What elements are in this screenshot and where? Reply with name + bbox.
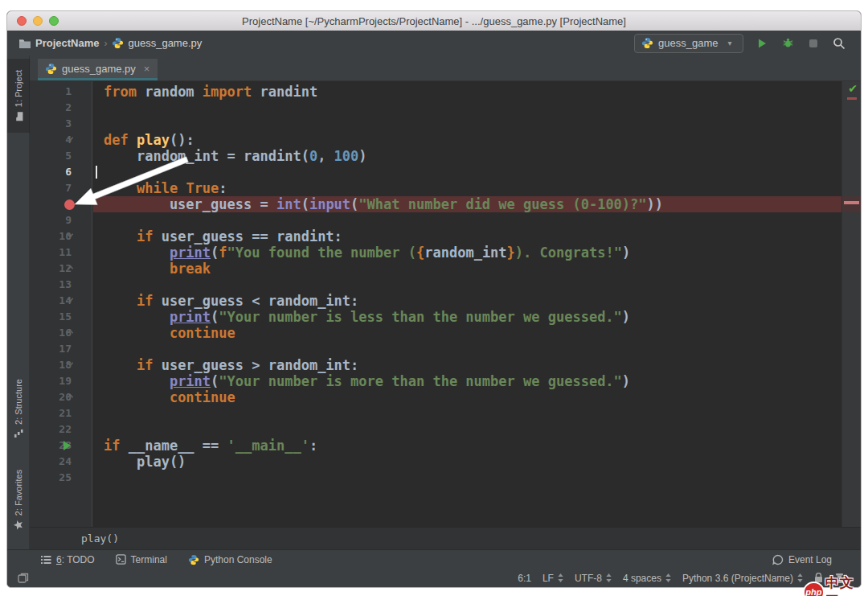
tool-window-button-python-console[interactable]: Python Console [188, 554, 272, 565]
watermark-text: 中文网 [825, 573, 868, 596]
code-text: user_guess = int(input("What number did … [104, 196, 841, 212]
screenshot-root: ProjectName [~/PycharmProjects/ProjectNa… [0, 0, 868, 596]
stripe-button--project[interactable]: 1: Project [7, 59, 30, 133]
tool-window-button-event-log[interactable]: Event Log [772, 554, 832, 565]
code-line: 21 [30, 405, 861, 421]
line-number[interactable]: 25 [30, 470, 72, 486]
code-text: if user_guess < random_int: [104, 293, 841, 309]
code-line: 11 print(f"You found the number ({random… [30, 245, 861, 261]
breakpoint-icon[interactable] [64, 199, 75, 210]
stop-icon [809, 39, 818, 48]
code-line: 24 play() [30, 454, 861, 470]
context-scope[interactable]: play() [81, 532, 119, 545]
breadcrumb-item[interactable]: guess_game.py [112, 37, 202, 49]
code-text: continue [104, 325, 841, 341]
text-caret [96, 166, 97, 179]
tool-window-stripe: 1: Project2: Structure2: Favorites [7, 55, 30, 549]
editor-tab-guess_game.py[interactable]: guess_game.py× [38, 59, 158, 80]
line-number[interactable]: 12 [30, 261, 72, 277]
tool-window-button-label: Python Console [204, 554, 272, 565]
tab-label: guess_game.py [62, 63, 136, 75]
macos-titlebar: ProjectName [~/PycharmProjects/ProjectNa… [7, 11, 861, 31]
fold-marker-icon[interactable] [67, 263, 74, 274]
code-line: 5 random_int = randint(0, 100) [30, 148, 861, 164]
line-number[interactable]: 13 [30, 277, 72, 293]
editor-tab-bar: guess_game.py× [30, 55, 861, 81]
line-number[interactable]: 19 [30, 373, 72, 389]
status-item-label: 6:1 [518, 573, 531, 584]
inspection-ok-icon: ✔ [848, 82, 858, 95]
stripe-button-label: 1: Project [14, 70, 23, 107]
line-number[interactable]: 4 [30, 132, 72, 148]
code-line: 19 print("Your number is more than the n… [30, 373, 861, 389]
search-icon [833, 37, 845, 50]
breakpoint-stripe-mark[interactable] [844, 201, 859, 204]
line-number[interactable]: 21 [30, 405, 72, 421]
debug-button[interactable] [779, 35, 796, 52]
line-number[interactable]: 22 [30, 421, 72, 438]
fold-marker-icon[interactable] [67, 327, 74, 339]
run-configuration-select[interactable]: guess_game ▾ [634, 34, 743, 53]
fold-marker-icon[interactable] [67, 392, 74, 403]
status-item-python-3-6-projectname-[interactable]: Python 3.6 (ProjectName) [682, 573, 803, 584]
code-line: 22 [30, 421, 861, 438]
status-item-label: LF [542, 573, 554, 584]
line-number[interactable]: 11 [30, 245, 72, 261]
code-line: 10 if user_guess == randint: [30, 228, 861, 245]
code-line: 1from random import randint [30, 84, 861, 100]
line-number[interactable]: 2 [30, 100, 72, 116]
popup-updown-icon [797, 573, 803, 582]
code-line: 15 print("Your number is less than the n… [30, 309, 861, 325]
line-number[interactable]: 3 [30, 116, 72, 132]
line-number[interactable]: 15 [30, 309, 72, 325]
stripe-button--structure[interactable]: 2: Structure [7, 357, 30, 460]
popup-updown-icon [606, 573, 612, 582]
code-editor[interactable]: 1from random import randint234def play()… [30, 81, 861, 528]
status-item-lf[interactable]: LF [542, 573, 563, 584]
fold-marker-icon[interactable] [67, 295, 74, 306]
line-number[interactable]: 20 [30, 389, 72, 405]
line-number[interactable]: 14 [30, 293, 72, 309]
error-stripe[interactable]: ✔ [841, 81, 861, 528]
tool-window-switcher-icon[interactable] [17, 572, 30, 585]
line-number[interactable]: 16 [30, 325, 72, 341]
tool-window-button-6-todo[interactable]: 6: TODO [41, 554, 95, 565]
code-line: 20 continue [30, 389, 861, 405]
line-number[interactable]: 24 [30, 454, 72, 470]
status-item-4-spaces[interactable]: 4 spaces [623, 573, 671, 584]
fold-marker-icon[interactable] [67, 360, 74, 371]
pycharm-window: ProjectName [~/PycharmProjects/ProjectNa… [6, 10, 862, 588]
code-line: 16 continue [30, 325, 861, 341]
python-file-icon [112, 37, 124, 49]
stripe-button--favorites[interactable]: 2: Favorites [7, 460, 30, 539]
close-tab-icon[interactable]: × [144, 63, 150, 75]
fold-marker-icon[interactable] [67, 134, 74, 146]
code-line: 4def play(): [30, 132, 861, 148]
status-item-utf-8[interactable]: UTF-8 [575, 573, 612, 584]
line-number[interactable]: 1 [30, 84, 72, 100]
stop-button[interactable] [805, 35, 822, 52]
code-line: 6 [30, 164, 861, 180]
fold-marker-icon[interactable] [67, 231, 74, 242]
line-number[interactable]: 7 [30, 180, 72, 196]
line-number[interactable]: 10 [30, 228, 72, 245]
code-text: random_int = randint(0, 100) [104, 148, 841, 164]
line-number[interactable]: 9 [30, 212, 72, 228]
tool-window-button-terminal[interactable]: Terminal [116, 554, 167, 565]
status-item-6-1[interactable]: 6:1 [518, 573, 531, 584]
run-gutter-icon[interactable] [63, 441, 71, 450]
tool-window-button-label: Event Log [788, 554, 832, 565]
line-number[interactable]: 17 [30, 341, 72, 357]
code-text: if user_guess > random_int: [104, 357, 841, 373]
breadcrumb-item[interactable]: ProjectName [18, 37, 99, 49]
breadcrumb-label: ProjectName [35, 37, 99, 49]
run-button[interactable] [753, 35, 771, 52]
line-number[interactable]: 6 [30, 164, 72, 180]
search-button[interactable] [830, 35, 848, 52]
event-log-icon [772, 554, 784, 565]
line-number[interactable]: 18 [30, 357, 72, 373]
favorites-star-icon [14, 520, 24, 530]
code-line: 8 user_guess = int(input("What number di… [30, 196, 861, 212]
line-number[interactable]: 5 [30, 148, 72, 164]
project-folder-icon [14, 111, 23, 121]
